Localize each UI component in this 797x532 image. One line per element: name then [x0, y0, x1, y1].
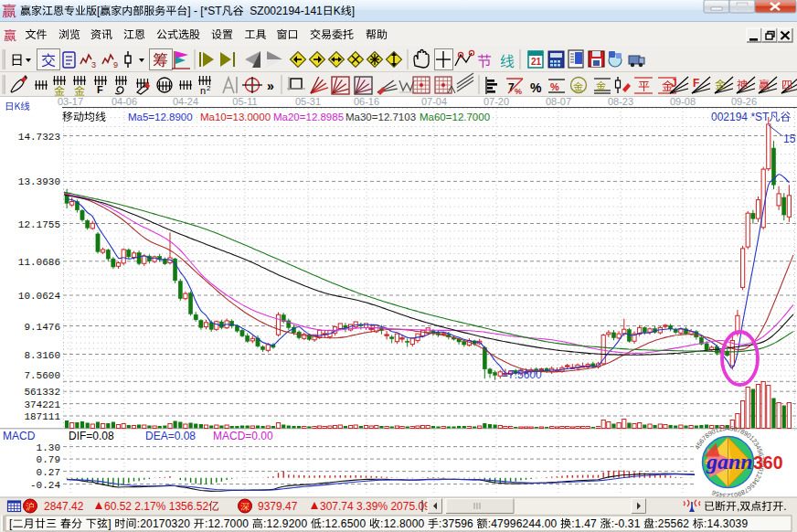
svg-text:gann: gann — [706, 450, 753, 473]
svg-text:05-11: 05-11 — [232, 96, 257, 107]
svg-text:8.3160: 8.3160 — [24, 350, 60, 361]
svg-text:0.79: 0.79 — [37, 454, 60, 465]
svg-text:15: 15 — [783, 133, 796, 145]
svg-text::-0.31: :-0.31 — [611, 517, 643, 530]
svg-text:07-04: 07-04 — [421, 96, 447, 107]
svg-text:%: % — [530, 80, 542, 95]
svg-text:-0.24: -0.24 — [30, 480, 60, 491]
svg-text:10.0624: 10.0624 — [18, 291, 61, 302]
svg-text::12.7000: :12.7000 — [205, 517, 252, 530]
svg-text:J: J — [671, 77, 677, 90]
svg-text:1.30: 1.30 — [37, 442, 60, 453]
svg-text::47996244.00: :47996244.00 — [488, 517, 560, 530]
svg-text:06-16: 06-16 — [354, 96, 379, 107]
svg-text::12.9200: :12.9200 — [263, 517, 311, 530]
svg-text:9: 9 — [113, 60, 118, 69]
svg-text:n: n — [200, 85, 206, 96]
svg-text:F: F — [97, 84, 103, 95]
svg-text:08-07: 08-07 — [546, 96, 571, 107]
svg-text:]: ] — [108, 517, 114, 530]
svg-text:9379.47: 9379.47 — [258, 500, 301, 513]
svg-text:]: ] — [352, 5, 355, 17]
svg-text:MACD=0.00: MACD=0.00 — [213, 430, 273, 442]
svg-text:187111: 187111 — [24, 411, 60, 422]
svg-text:21: 21 — [531, 57, 542, 67]
svg-text:%: % — [515, 87, 522, 96]
svg-text:DEA=0.08: DEA=0.08 — [145, 430, 196, 442]
svg-text:DIF=0.08: DIF=0.08 — [69, 430, 114, 442]
svg-text:2847.42: 2847.42 — [44, 500, 87, 513]
svg-text::1.47: :1.47 — [571, 517, 600, 530]
svg-text::25562: :25562 — [654, 517, 692, 530]
svg-text:14.7323: 14.7323 — [18, 132, 60, 143]
svg-text:7.5600: 7.5600 — [24, 370, 60, 381]
svg-text:0.27: 0.27 — [37, 467, 60, 478]
svg-text:13.3930: 13.3930 — [18, 176, 60, 187]
svg-text:3: 3 — [91, 60, 96, 69]
svg-text:11.0686: 11.0686 — [18, 257, 60, 268]
svg-text:08-23: 08-23 — [608, 96, 633, 107]
svg-text:60.52 2.17% 1356.52: 60.52 2.17% 1356.52 — [104, 500, 208, 513]
svg-text::12.6500: :12.6500 — [322, 517, 369, 530]
svg-text:04-24: 04-24 — [173, 96, 198, 107]
svg-text:Ma5=12.8900: Ma5=12.8900 — [128, 112, 193, 122]
svg-text::37596: :37596 — [439, 517, 476, 530]
svg-text:K: K — [334, 5, 341, 17]
svg-text:»: » — [267, 79, 274, 93]
svg-text:09-26: 09-26 — [731, 96, 757, 107]
svg-text:%: % — [550, 81, 559, 92]
svg-text:2: 2 — [207, 84, 211, 92]
svg-text:561332: 561332 — [24, 387, 60, 398]
svg-text:03-17: 03-17 — [58, 96, 83, 107]
svg-text:09-08: 09-08 — [670, 96, 696, 107]
svg-text:MACD: MACD — [3, 430, 36, 442]
svg-text:=7.5600: =7.5600 — [502, 368, 542, 381]
svg-text:12.1755: 12.1755 — [18, 219, 60, 230]
svg-text:002194 *ST: 002194 *ST — [711, 111, 770, 123]
svg-text::14.3039: :14.3039 — [704, 517, 748, 530]
svg-text::12.8000: :12.8000 — [380, 517, 428, 530]
svg-text:] - [*ST: ] - [*ST — [187, 5, 222, 17]
svg-text:04-06: 04-06 — [112, 96, 137, 107]
svg-text:9.1476: 9.1476 — [24, 322, 60, 333]
svg-text::20170320: :20170320 — [137, 517, 194, 530]
svg-text:374221: 374221 — [24, 399, 60, 410]
svg-text:07-20: 07-20 — [484, 96, 509, 107]
svg-text:360: 360 — [753, 452, 783, 473]
svg-text:05-31: 05-31 — [295, 96, 321, 107]
svg-text:SZ002194-141: SZ002194-141 — [244, 5, 323, 17]
svg-text:307.74 3.39% 2075.09: 307.74 3.39% 2075.09 — [320, 500, 430, 513]
svg-text:,: , — [737, 500, 739, 513]
svg-text:[: [ — [9, 517, 13, 530]
svg-text:.: . — [783, 500, 786, 513]
svg-text:F: F — [693, 77, 699, 90]
